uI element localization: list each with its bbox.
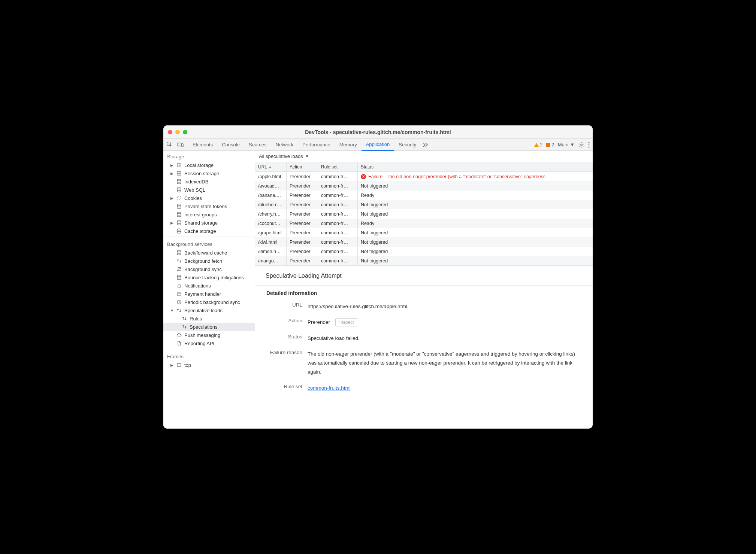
status-label: Status: [263, 334, 308, 343]
inspect-element-icon[interactable]: [166, 141, 173, 148]
cell-status: Not triggered: [358, 247, 593, 256]
warning-count: 2: [540, 142, 543, 147]
table-row[interactable]: /mango.…Prerendercommon-fr…Not triggered: [255, 256, 593, 265]
tab-memory[interactable]: Memory: [335, 139, 362, 151]
detail-section-title: Detailed information: [266, 290, 581, 296]
cell-action: Prerender: [287, 228, 318, 237]
svg-point-3: [581, 144, 582, 145]
tab-performance[interactable]: Performance: [298, 139, 335, 151]
sidebar-item-private-state-tokens[interactable]: Private state tokens: [163, 202, 255, 210]
table-row[interactable]: /grape.htmlPrerendercommon-fr…Not trigge…: [255, 228, 593, 237]
divider: [163, 237, 255, 237]
table-row[interactable]: /blueberr…Prerendercommon-fr…Not trigger…: [255, 200, 593, 209]
table-row[interactable]: /apple.htmlPrerendercommon-fr…✕Failure -…: [255, 172, 593, 181]
table-row[interactable]: /kiwi.htmlPrerendercommon-fr…Not trigger…: [255, 237, 593, 247]
col-url[interactable]: URL▲: [255, 162, 287, 171]
errors-badge[interactable]: 2: [546, 142, 554, 147]
cell-url: /banana.…: [255, 191, 287, 200]
tab-sources[interactable]: Sources: [244, 139, 271, 151]
sidebar-item-reporting-api[interactable]: Reporting API: [163, 339, 255, 347]
svg-point-19: [177, 229, 181, 230]
cell-status: Not triggered: [358, 209, 593, 219]
expand-icon: ▶: [170, 163, 174, 167]
sidebar-item-cache-storage[interactable]: Cache storage: [163, 227, 255, 235]
sidebar-item-label: Back/forward cache: [184, 250, 227, 256]
cell-ruleset: common-fr…: [318, 228, 358, 237]
col-ruleset[interactable]: Rule set: [318, 162, 358, 171]
target-selector[interactable]: Main ▼: [558, 142, 575, 147]
minimize-window[interactable]: [175, 130, 180, 134]
updown-icon: [176, 258, 182, 264]
sidebar-item-session-storage[interactable]: ▶Session storage: [163, 169, 255, 177]
table-row[interactable]: /coconut…Prerendercommon-fr…Ready: [255, 219, 593, 228]
table-row[interactable]: /avocad…Prerendercommon-fr…Not triggered: [255, 181, 593, 191]
sidebar-item-label: Payment handler: [184, 291, 221, 297]
more-tabs-icon[interactable]: [422, 143, 428, 147]
warnings-badge[interactable]: 2: [534, 142, 543, 147]
tab-application[interactable]: Application: [362, 139, 394, 151]
tab-network[interactable]: Network: [271, 139, 298, 151]
close-window[interactable]: [168, 130, 172, 134]
filter-bar[interactable]: All speculative loads ▼: [255, 151, 593, 162]
tab-console[interactable]: Console: [217, 139, 244, 151]
sidebar-item-speculative-loads[interactable]: ▼Speculative loads: [163, 306, 255, 314]
background-section-title: Background services: [163, 238, 255, 249]
table-row[interactable]: /lemon.h…Prerendercommon-fr…Not triggere…: [255, 247, 593, 256]
sidebar-item-indexeddb[interactable]: IndexedDB: [163, 177, 255, 186]
sidebar-item-label: Cookies: [184, 195, 202, 201]
sidebar-item-shared-storage[interactable]: ▶Shared storage: [163, 219, 255, 227]
updown-icon: [181, 316, 187, 322]
sidebar-item-web-sql[interactable]: Web SQL: [163, 186, 255, 194]
svg-point-14: [177, 188, 181, 189]
sidebar-item-notifications[interactable]: Notifications: [163, 281, 255, 290]
svg-point-15: [177, 196, 181, 200]
divider: [255, 285, 593, 286]
sidebar-item-label: Session storage: [184, 171, 219, 176]
sidebar-item-label: Speculations: [190, 324, 217, 330]
sidebar-item-back-forward-cache[interactable]: Back/forward cache: [163, 249, 255, 257]
divider: [163, 349, 255, 349]
db-icon: [176, 179, 182, 185]
cell-url: /blueberr…: [255, 200, 287, 209]
sidebar-item-bounce-tracking-mitigations[interactable]: Bounce tracking mitigations: [163, 273, 255, 281]
sidebar-item-background-fetch[interactable]: Background fetch: [163, 257, 255, 265]
tab-security[interactable]: Security: [394, 139, 421, 151]
cell-ruleset: common-fr…: [318, 209, 358, 219]
cell-action: Prerender: [287, 172, 318, 181]
kebab-menu-icon[interactable]: [588, 142, 590, 148]
sidebar-item-label: Cache storage: [184, 228, 216, 234]
sidebar-item-payment-handler[interactable]: Payment handler: [163, 290, 255, 298]
sidebar-item-label: Speculative loads: [184, 308, 223, 313]
sidebar-item-periodic-background-sync[interactable]: Periodic background sync: [163, 298, 255, 306]
sidebar-item-local-storage[interactable]: ▶Local storage: [163, 161, 255, 169]
ruleset-link[interactable]: common-fruits.html: [308, 385, 351, 391]
table-row[interactable]: /banana.…Prerendercommon-fr…Ready: [255, 191, 593, 200]
db-icon: [176, 250, 182, 256]
sort-asc-icon: ▲: [269, 165, 272, 168]
cell-status: Not triggered: [358, 181, 593, 191]
failure-reason-value: The old non-eager prerender (with a "mod…: [308, 350, 585, 377]
device-toggle-icon[interactable]: [177, 141, 184, 148]
inspect-button[interactable]: Inspect: [335, 318, 358, 326]
svg-rect-2: [182, 144, 183, 147]
sidebar-item-rules[interactable]: Rules: [163, 314, 255, 323]
sidebar-item-label: IndexedDB: [184, 179, 208, 185]
cell-action: Prerender: [287, 256, 318, 265]
sidebar-item-speculations[interactable]: Speculations: [163, 323, 255, 331]
cell-ruleset: common-fr…: [318, 200, 358, 209]
svg-point-5: [589, 144, 590, 145]
cell-ruleset: common-fr…: [318, 256, 358, 265]
svg-point-21: [177, 275, 181, 277]
col-action[interactable]: Action: [287, 162, 318, 171]
settings-icon[interactable]: [578, 142, 584, 148]
sidebar-item-cookies[interactable]: ▶Cookies: [163, 194, 255, 202]
svg-point-18: [177, 220, 181, 222]
zoom-window[interactable]: [183, 130, 187, 134]
sidebar-item-interest-groups[interactable]: Interest groups: [163, 210, 255, 219]
col-status[interactable]: Status: [358, 162, 593, 171]
sidebar-item-top[interactable]: ▶top: [163, 361, 255, 369]
sidebar-item-push-messaging[interactable]: Push messaging: [163, 331, 255, 339]
table-row[interactable]: /cherry.h…Prerendercommon-fr…Not trigger…: [255, 209, 593, 219]
tab-elements[interactable]: Elements: [188, 139, 217, 151]
sidebar-item-background-sync[interactable]: Background sync: [163, 265, 255, 273]
